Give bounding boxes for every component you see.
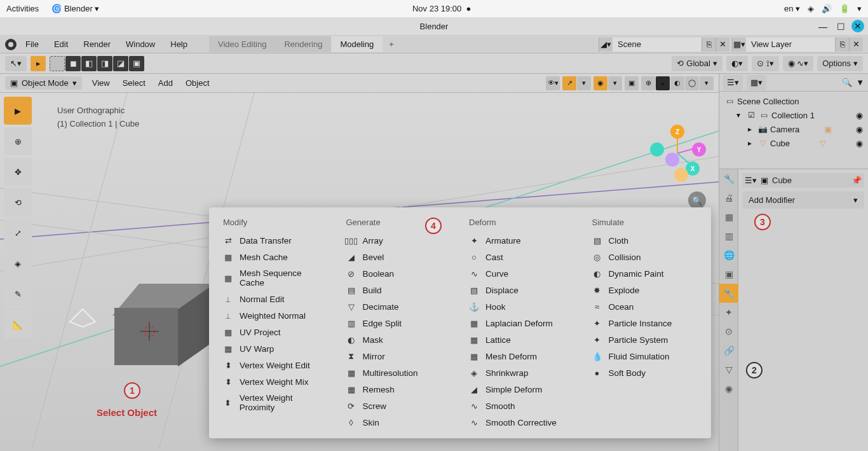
- visibility-dropdown[interactable]: 👁▾: [546, 76, 560, 90]
- overlay-dropdown[interactable]: ▾: [608, 76, 622, 90]
- gizmo-dropdown[interactable]: ▾: [577, 76, 591, 90]
- maximize-button[interactable]: ☐: [834, 20, 848, 34]
- measure-tool[interactable]: 📐: [4, 310, 32, 338]
- outliner-type-dropdown[interactable]: ☰▾: [723, 75, 743, 90]
- select-mode-3[interactable]: ◨: [97, 56, 112, 71]
- select-mode-2[interactable]: ◧: [81, 56, 97, 71]
- prop-tab-world[interactable]: 🌐: [719, 246, 738, 265]
- volume-icon[interactable]: 🔊: [822, 4, 832, 13]
- prop-tab-modifiers[interactable]: 🔧: [719, 284, 738, 303]
- camera-data-icon[interactable]: ▣: [824, 125, 832, 134]
- modifier-armature[interactable]: ✦Armature: [464, 232, 580, 249]
- menu-window[interactable]: Window: [119, 37, 161, 52]
- modifier-ocean[interactable]: ≈Ocean: [587, 298, 703, 315]
- modifier-normal-edit[interactable]: ⟂Normal Edit: [218, 291, 334, 307]
- scale-tool[interactable]: ⤢: [4, 219, 32, 247]
- modifier-laplacian-deform[interactable]: ▦Laplacian Deform: [464, 315, 580, 331]
- modifier-lattice[interactable]: ▦Lattice: [464, 331, 580, 348]
- shading-solid[interactable]: ●: [656, 76, 670, 90]
- navigation-gizmo[interactable]: Z Y X: [649, 125, 706, 182]
- modifier-vertex-weight-mix[interactable]: ⬍Vertex Weight Mix: [218, 373, 334, 390]
- outliner-display-dropdown[interactable]: ▦▾: [747, 75, 766, 90]
- select-tool-icon[interactable]: ▸: [31, 56, 46, 71]
- editor-type-dropdown[interactable]: ☰▾: [745, 176, 757, 185]
- checkbox-icon[interactable]: ☑: [746, 110, 756, 120]
- prop-tab-output[interactable]: 🖨: [719, 188, 738, 207]
- select-box-tool[interactable]: ▶: [4, 97, 32, 125]
- blender-logo-icon[interactable]: [5, 39, 17, 50]
- mesh-data-icon[interactable]: ▽: [820, 139, 826, 148]
- modifier-skin[interactable]: ◊Skin: [341, 414, 457, 431]
- modifier-cloth[interactable]: ▧Cloth: [587, 232, 703, 249]
- prop-tab-material[interactable]: ◉: [719, 379, 738, 398]
- light-icon[interactable]: [67, 303, 98, 328]
- power-menu[interactable]: ▾: [857, 4, 862, 13]
- modifier-screw[interactable]: ⟳Screw: [341, 398, 457, 414]
- cube-object[interactable]: [114, 296, 191, 373]
- menu-file[interactable]: File: [19, 37, 45, 52]
- snap-dropdown[interactable]: ⊙ ⟟▾: [752, 56, 779, 71]
- gizmo-neg-axis-2[interactable]: [665, 153, 679, 167]
- shading-dropdown[interactable]: ▾: [700, 76, 714, 90]
- modifier-build[interactable]: ▤Build: [341, 282, 457, 298]
- search-icon[interactable]: 🔍: [842, 78, 852, 87]
- menu-edit[interactable]: Edit: [48, 37, 74, 52]
- prop-tab-object[interactable]: ▣: [719, 265, 738, 284]
- modifier-cast[interactable]: ○Cast: [464, 249, 580, 265]
- gizmo-neg-axis-1[interactable]: [650, 142, 664, 156]
- eye-icon[interactable]: ◉: [856, 139, 863, 148]
- tree-cube[interactable]: ▸ ▽ Cube ▽ ◉: [722, 136, 865, 150]
- activities-button[interactable]: Activities: [6, 4, 39, 13]
- viewlayer-selector[interactable]: ▦▾ View Layer ⎘ ✕: [732, 38, 863, 52]
- prop-tab-physics[interactable]: ⊙: [719, 322, 738, 341]
- modifier-multiresolution[interactable]: ▦Multiresolution: [341, 364, 457, 381]
- proportional-dropdown[interactable]: ◉ ∿▾: [783, 56, 814, 71]
- overlay-toggle[interactable]: ◉: [593, 76, 607, 90]
- modifier-array[interactable]: ▯▯▯Array: [341, 232, 457, 249]
- prop-tab-particles[interactable]: ✦: [719, 303, 738, 322]
- viewport-menu-add[interactable]: Add: [156, 77, 175, 89]
- prop-tab-render[interactable]: 🔧: [719, 169, 738, 188]
- tree-scene-collection[interactable]: ▭ Scene Collection: [722, 94, 865, 108]
- modifier-dynamic-paint[interactable]: ◐Dynamic Paint: [587, 265, 703, 282]
- eye-icon[interactable]: ◉: [856, 111, 863, 120]
- modifier-curve[interactable]: ∿Curve: [464, 265, 580, 282]
- tab-video-editing[interactable]: Video Editing: [209, 36, 275, 52]
- scene-selector[interactable]: ◢▾ Scene ⎘ ✕: [599, 38, 729, 52]
- modifier-uv-project[interactable]: ▦UV Project: [218, 324, 334, 340]
- prop-tab-scene[interactable]: ▥: [719, 226, 738, 246]
- modifier-particle-system[interactable]: ✦Particle System: [587, 331, 703, 348]
- modifier-data-transfer[interactable]: ⇄Data Transfer: [218, 232, 334, 249]
- gizmo-z-axis[interactable]: Z: [670, 125, 684, 139]
- gizmo-y-axis[interactable]: Y: [692, 142, 706, 156]
- shading-rendered[interactable]: ◯: [685, 76, 699, 90]
- modifier-simple-deform[interactable]: ◢Simple Deform: [464, 381, 580, 398]
- tree-collection-1[interactable]: ▾ ☑ ▭ Collection 1 ◉: [722, 108, 865, 122]
- modifier-fluid-simulation[interactable]: 💧Fluid Simulation: [587, 348, 703, 364]
- annotate-tool[interactable]: ✎: [4, 280, 32, 308]
- add-modifier-dropdown[interactable]: Add Modifier ▾: [742, 191, 864, 209]
- filter-icon[interactable]: ▼: [856, 78, 864, 87]
- menu-render[interactable]: Render: [77, 37, 117, 52]
- tree-camera[interactable]: ▸ 📷 Camera ▣ ◉: [722, 122, 865, 136]
- modifier-smooth-corrective[interactable]: ∿Smooth Corrective: [464, 414, 580, 431]
- chevron-right-icon[interactable]: ▸: [745, 138, 755, 148]
- prop-tab-data[interactable]: ▽: [719, 360, 738, 379]
- rotate-tool[interactable]: ⟲: [4, 188, 32, 216]
- modifier-explode[interactable]: ✸Explode: [587, 282, 703, 298]
- modifier-mesh-sequence-cache[interactable]: ▦Mesh Sequence Cache: [218, 265, 334, 291]
- modifier-boolean[interactable]: ⊘Boolean: [341, 265, 457, 282]
- viewlayer-name[interactable]: View Layer: [746, 38, 835, 52]
- xray-toggle[interactable]: ▣: [625, 76, 639, 90]
- viewlayer-new-icon[interactable]: ⎘: [835, 38, 849, 52]
- modifier-hook[interactable]: ⚓Hook: [464, 298, 580, 315]
- options-dropdown[interactable]: Options ▾: [817, 56, 863, 71]
- prop-tab-viewlayer[interactable]: ▦: [719, 207, 738, 226]
- app-menu[interactable]: 🌀 Blender ▾: [51, 4, 99, 13]
- menu-help[interactable]: Help: [164, 37, 194, 52]
- modifier-mesh-cache[interactable]: ▦Mesh Cache: [218, 249, 334, 265]
- cursor-tool[interactable]: ⊕: [4, 127, 32, 155]
- shading-material[interactable]: ◐: [670, 76, 684, 90]
- modifier-soft-body[interactable]: ●Soft Body: [587, 364, 703, 381]
- pin-icon[interactable]: 📌: [851, 176, 862, 185]
